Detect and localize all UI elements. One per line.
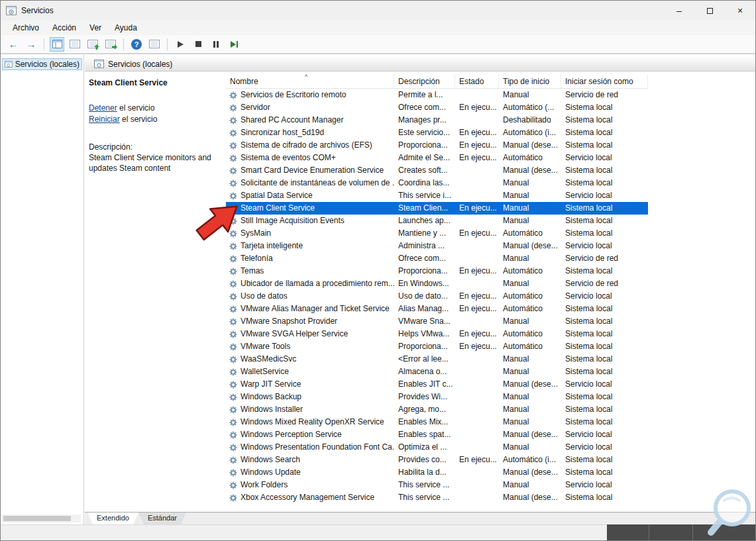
toolbar-separator [123, 38, 124, 50]
scrollbar-thumb[interactable] [3, 516, 71, 521]
service-gear-icon [229, 268, 237, 275]
table-row[interactable]: WalletService Almacena o... Manual Siste… [226, 366, 648, 378]
service-description-cell: Helps VMwa... [394, 328, 455, 340]
table-row[interactable]: Solicitante de instantáneas de volumen d… [226, 177, 648, 189]
table-body: Servicios de Escritorio remoto Permite a… [226, 89, 648, 504]
service-status-cell: En ejecu... [455, 202, 499, 215]
column-header-tipo-de-inicio[interactable]: Tipo de inicio [499, 74, 561, 88]
service-status-cell [455, 378, 499, 391]
menu-archivo[interactable]: Archivo [6, 22, 46, 34]
table-row[interactable]: Tarjeta inteligente Administra ... Manua… [226, 240, 648, 252]
table-row[interactable]: Sistema de cifrado de archivos (EFS) Pro… [226, 139, 648, 152]
refresh-button[interactable] [85, 37, 100, 52]
service-name: Telefonía [241, 252, 273, 265]
service-status-cell: En ejecu... [455, 139, 499, 152]
description-label: Descripción: [89, 142, 224, 152]
service-status-cell [455, 114, 499, 126]
tab-estandar[interactable]: Estándar [138, 513, 186, 524]
table-row[interactable]: Still Image Acquisition Events Launches … [226, 215, 648, 227]
table-row[interactable]: Uso de datos Uso de dato... En ejecu... … [226, 290, 648, 303]
column-header-estado[interactable]: Estado [455, 74, 499, 88]
service-name: Sistema de cifrado de archivos (EFS) [241, 139, 372, 152]
service-startup-type-cell: Manual [499, 441, 561, 454]
table-row[interactable]: VMware Tools Proporciona... En ejecu... … [226, 340, 648, 353]
restart-service-link-suffix: el servicio [120, 115, 158, 124]
table-row[interactable]: Windows Backup Provides Wi... Manual Sis… [226, 391, 648, 403]
table-row[interactable]: Windows Perception Service Enables spat.… [226, 428, 648, 441]
table-row[interactable]: Smart Card Device Enumeration Service Cr… [226, 164, 648, 177]
export-list-icon [70, 40, 80, 48]
service-description-cell: Optimiza el ... [394, 441, 455, 454]
tree-item-servicios-locales[interactable]: Servicios (locales) [2, 58, 82, 70]
table-row[interactable]: Xbox Accessory Management Service This s… [226, 491, 648, 504]
table-row[interactable]: VMware Snapshot Provider VMware Sna... M… [226, 315, 648, 328]
service-description-cell: Creates soft... [394, 164, 455, 177]
column-header-descripcion[interactable]: Descripción [394, 74, 455, 88]
pause-service-button[interactable] [209, 37, 223, 52]
service-logon-as-cell: Sistema local [561, 340, 648, 353]
menu-ayuda[interactable]: Ayuda [108, 22, 144, 34]
stop-service-link[interactable]: Detener [89, 103, 117, 113]
properties-button[interactable] [147, 37, 162, 52]
back-button[interactable]: ← [6, 37, 21, 52]
table-row[interactable]: Work Folders This service ... Manual Ser… [226, 479, 648, 491]
table-row[interactable]: Ubicador de llamada a procedimiento rem.… [226, 277, 648, 290]
table-row[interactable]: Windows Mixed Reality OpenXR Service Ena… [226, 416, 648, 428]
table-row[interactable]: Warp JIT Service Enables JIT c... Manual… [226, 378, 648, 391]
close-button[interactable]: × [725, 1, 755, 21]
service-name: Servidor [241, 101, 270, 114]
service-description-cell: Habilita la d... [394, 466, 455, 479]
service-startup-type-cell: Manual (dese... [499, 428, 561, 441]
column-header-iniciar-sesion[interactable]: Iniciar sesión como [561, 74, 648, 88]
table-row[interactable]: Windows Update Habilita la d... Manual (… [226, 466, 648, 479]
service-name: Steam Client Service [241, 202, 315, 215]
table-row[interactable]: Shared PC Account Manager Manages pr... … [226, 114, 648, 126]
service-description-cell: Admite el Se... [394, 152, 455, 164]
restart-service-link[interactable]: Reiniciar [89, 115, 120, 124]
start-service-button[interactable] [173, 37, 188, 52]
menu-accion[interactable]: Acción [46, 22, 83, 34]
maximize-button[interactable] [694, 1, 725, 21]
table-row[interactable]: VMware Alias Manager and Ticket Service … [226, 303, 648, 315]
service-status-cell [455, 240, 499, 252]
help-button[interactable]: ? [129, 37, 144, 52]
service-name: Windows Perception Service [241, 428, 342, 441]
tree-item-label: Servicios (locales) [15, 60, 80, 69]
table-row[interactable]: Telefonía Ofrece com... Manual Servicio … [226, 252, 648, 265]
service-status-cell [455, 466, 499, 479]
tab-extendido[interactable]: Extendido [87, 513, 138, 524]
service-startup-type-cell: Manual (dese... [499, 240, 561, 252]
table-row[interactable]: Windows Installer Agrega, mo... Manual S… [226, 403, 648, 416]
table-row[interactable]: WaaSMedicSvc <Error al lee... Manual Sis… [226, 353, 648, 366]
column-header-nombre[interactable]: Nombre [226, 74, 394, 88]
table-row[interactable]: Sincronizar host_5d19d Este servicio... … [226, 126, 648, 139]
service-startup-type-cell: Manual [499, 353, 561, 366]
table-row[interactable]: Windows Search Provides co... En ejecu..… [226, 454, 648, 466]
table-row[interactable]: VMware SVGA Helper Service Helps VMwa...… [226, 328, 648, 340]
menu-ver[interactable]: Ver [83, 22, 108, 34]
stop-service-button[interactable] [191, 37, 205, 52]
forward-button[interactable]: → [24, 37, 38, 52]
service-logon-as-cell: Sistema local [561, 454, 648, 466]
export-list-button[interactable] [68, 37, 82, 52]
service-logon-as-cell: Sistema local [561, 328, 648, 340]
tree-horizontal-scrollbar[interactable] [2, 515, 81, 522]
table-row[interactable]: SysMain Mantiene y ... En ejecu... Autom… [226, 227, 648, 240]
service-gear-icon [229, 205, 237, 213]
service-gear-icon [229, 343, 237, 351]
table-row[interactable]: Spatial Data Service This service i... M… [226, 189, 648, 202]
show-console-tree-button[interactable] [50, 37, 64, 52]
table-row[interactable]: Sistema de eventos COM+ Admite el Se... … [226, 152, 648, 164]
service-status-cell [455, 164, 499, 177]
table-row[interactable]: Windows Presentation Foundation Font Ca.… [226, 441, 648, 454]
restart-service-button[interactable] [227, 37, 241, 52]
export-button[interactable] [103, 37, 118, 52]
table-row[interactable]: Servidor Ofrece com... En ejecu... Autom… [226, 101, 648, 114]
minimize-button[interactable]: – [664, 1, 694, 21]
table-row[interactable]: Temas Proporciona... En ejecu... Automát… [226, 265, 648, 277]
selected-service-title: Steam Client Service [89, 78, 224, 87]
table-row[interactable]: Servicios de Escritorio remoto Permite a… [226, 89, 648, 101]
service-logon-as-cell: Sistema local [561, 416, 648, 428]
service-logon-as-cell: Sistema local [561, 139, 648, 152]
table-row[interactable]: Steam Client Service Steam Clien... En e… [226, 202, 648, 215]
